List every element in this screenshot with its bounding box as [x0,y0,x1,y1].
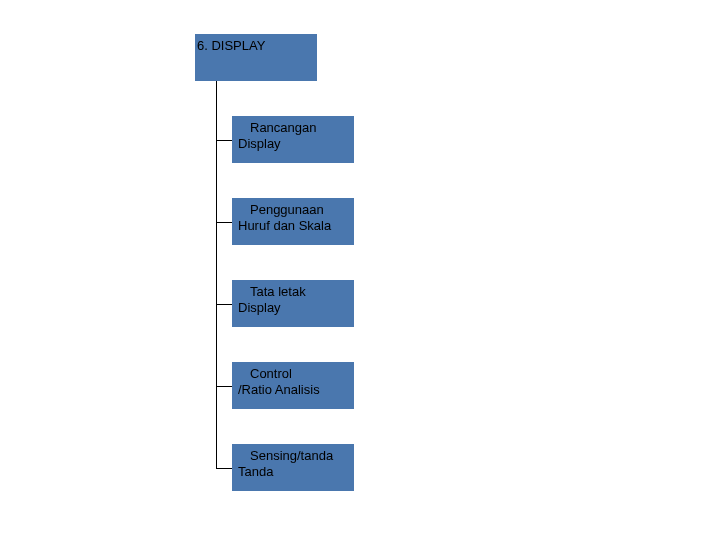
connector-elbow [216,386,232,387]
root-node-label: 6. DISPLAY [197,38,265,53]
child-node-rancangan-display: Rancangan Display [232,116,354,163]
child-node-line1: Control [238,366,348,382]
child-node-line1: Tata letak [238,284,348,300]
root-node-display: 6. DISPLAY [195,34,317,81]
child-node-sensing-tanda: Sensing/tanda Tanda [232,444,354,491]
connector-elbow [216,304,232,305]
connector-elbow [216,222,232,223]
child-node-line1: Penggunaan [238,202,348,218]
child-node-line2: Tanda [238,464,348,480]
diagram-canvas: 6. DISPLAY Rancangan Display Penggunaan … [0,0,720,540]
connector-elbow [216,468,232,469]
child-node-line1: Rancangan [238,120,348,136]
child-node-line2: Display [238,136,348,152]
child-node-line2: Huruf dan Skala [238,218,348,234]
child-node-line2: /Ratio Analisis [238,382,348,398]
child-node-line2: Display [238,300,348,316]
child-node-line1: Sensing/tanda [238,448,348,464]
child-node-tata-letak: Tata letak Display [232,280,354,327]
connector-elbow [216,140,232,141]
child-node-control-ratio: Control /Ratio Analisis [232,362,354,409]
child-node-penggunaan-huruf: Penggunaan Huruf dan Skala [232,198,354,245]
